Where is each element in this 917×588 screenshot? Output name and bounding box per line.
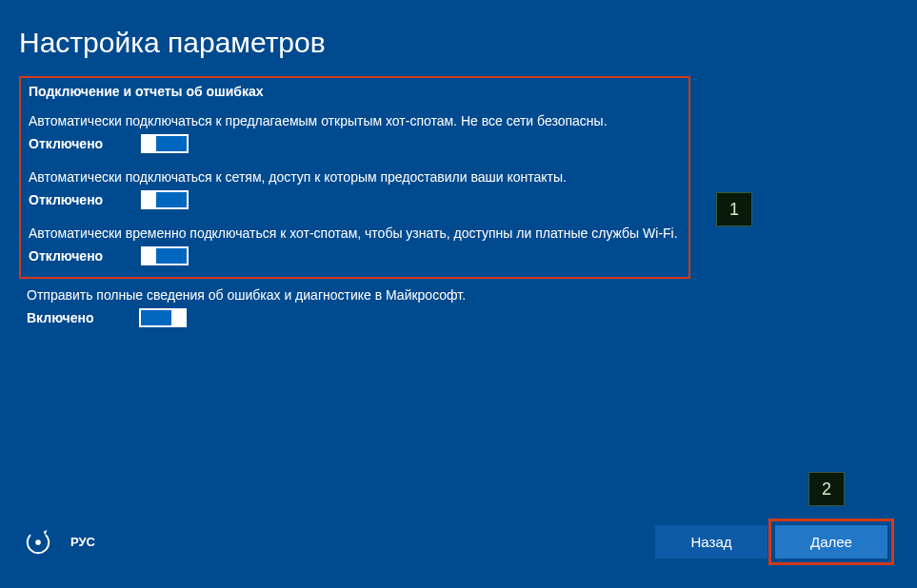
ease-of-access-icon[interactable] (23, 527, 53, 558)
toggle-error-reports[interactable] (139, 308, 187, 327)
toggle-hotspot-open[interactable] (141, 134, 189, 153)
annotation-badge-2: 2 (808, 472, 845, 506)
page-title: Настройка параметров (0, 0, 917, 76)
annotation-badge-1: 1 (716, 192, 752, 226)
setting-description: Автоматически подключаться к сетям, дост… (29, 168, 681, 186)
setting-item: Отправить полные сведения об ошибках и д… (19, 279, 690, 327)
back-button[interactable]: Назад (655, 525, 767, 559)
setting-state-label: Включено (27, 310, 112, 325)
setting-description: Автоматически временно подключаться к хо… (29, 225, 681, 243)
toggle-paid-wifi[interactable] (141, 246, 189, 265)
svg-point-1 (35, 539, 41, 545)
setting-description: Отправить полные сведения об ошибках и д… (27, 286, 683, 304)
highlighted-section-2: Далее (768, 519, 894, 565)
toggle-contacts-networks[interactable] (141, 190, 189, 209)
setting-description: Автоматически подключаться к предлагаемы… (29, 112, 681, 130)
setting-state-label: Отключено (29, 136, 114, 151)
content-area: Подключение и отчеты об ошибках Автомати… (0, 76, 917, 327)
language-indicator[interactable]: РУС (70, 535, 95, 549)
highlighted-section-1: Подключение и отчеты об ошибках Автомати… (19, 76, 690, 279)
setting-item: Автоматически подключаться к предлагаемы… (29, 112, 681, 153)
setting-item: Автоматически временно подключаться к хо… (29, 225, 681, 265)
setting-state-label: Отключено (29, 192, 114, 207)
setting-item: Автоматически подключаться к сетям, дост… (29, 168, 681, 209)
section-heading: Подключение и отчеты об ошибках (29, 84, 681, 99)
setting-state-label: Отключено (29, 248, 114, 264)
footer-bar: РУС Назад Далее (0, 519, 917, 565)
next-button[interactable]: Далее (775, 525, 887, 559)
